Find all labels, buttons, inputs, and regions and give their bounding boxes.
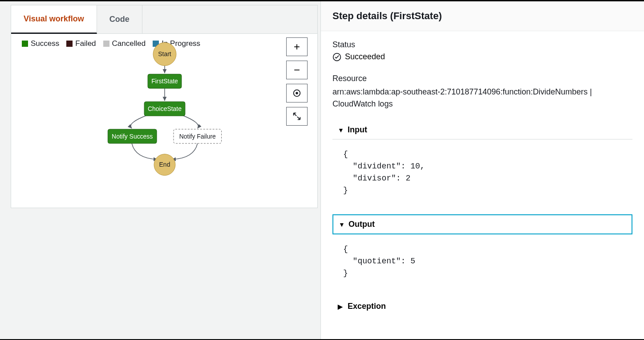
tab-visual-workflow[interactable]: Visual workflow [11,5,97,34]
tab-code[interactable]: Code [97,5,142,33]
exception-section-header[interactable]: ▶ Exception [332,297,632,315]
output-code: { "quotient": 5 } [332,234,632,288]
node-notify-failure[interactable] [174,129,222,143]
node-start-label: Start [158,50,171,57]
fullscreen-button[interactable] [286,107,308,126]
node-first-state[interactable] [148,74,182,88]
svg-point-3 [296,92,298,94]
workflow-tabs: Visual workflow Code [11,5,317,34]
caret-right-icon: ▶ [338,303,343,310]
node-choice-state[interactable] [144,102,185,116]
legend-in-progress: In Progress [153,39,200,48]
node-notify-failure-label: Notify Failure [179,133,216,140]
input-code: { "divident": 10, "divisor": 2 } [332,139,632,205]
minus-icon: − [294,64,300,76]
target-icon [292,88,302,98]
caret-down-icon: ▼ [338,127,343,134]
check-circle-icon [332,53,341,61]
input-label: Input [348,125,367,135]
zoom-in-button[interactable]: + [286,37,308,56]
exception-section: ▶ Exception [332,297,632,315]
plus-icon: + [294,41,300,53]
legend-success: Success [22,39,59,48]
output-label: Output [348,220,375,229]
output-section: ▼ Output { "quotient": 5 } [332,214,632,288]
workflow-card: Visual workflow Code Success Failed Canc… [11,5,318,208]
step-details-panel: Step details (FirstState) Status Succeed… [320,1,644,339]
exception-label: Exception [348,302,386,311]
input-section: ▼ Input { "divident": 10, "divisor": 2 } [332,121,632,205]
node-choice-state-label: ChoiceState [148,105,182,112]
expand-icon [292,111,302,121]
resource-label: Resource [332,74,632,83]
caret-down-icon: ▼ [339,221,344,228]
input-section-header[interactable]: ▼ Input [332,121,632,139]
workflow-canvas[interactable]: Success Failed Cancelled In Progress [11,34,317,209]
status-value: Succeeded [345,52,385,61]
legend: Success Failed Cancelled In Progress [22,39,200,48]
node-end-label: End [159,161,170,168]
legend-failed: Failed [66,39,96,48]
step-details-header: Step details (FirstState) [321,1,644,31]
step-details-title: Step details (FirstState) [332,10,632,22]
workflow-graph: Start FirstState ChoiceState Notify Succ… [11,34,317,209]
center-button[interactable] [286,84,308,102]
node-notify-success[interactable] [108,129,157,143]
visual-workflow-panel: Visual workflow Code Success Failed Canc… [0,1,320,339]
status-value-row: Succeeded [332,52,632,61]
zoom-out-button[interactable]: − [286,61,308,79]
node-end[interactable] [154,154,175,176]
node-notify-success-label: Notify Success [112,133,153,140]
status-label: Status [332,40,632,49]
node-first-state-label: FirstState [151,78,178,85]
legend-cancelled: Cancelled [103,39,146,48]
canvas-controls: + − [286,37,308,126]
output-section-header[interactable]: ▼ Output [332,214,632,234]
resource-value: arn:aws:lambda:ap-southeast-2:7101877140… [332,86,632,110]
